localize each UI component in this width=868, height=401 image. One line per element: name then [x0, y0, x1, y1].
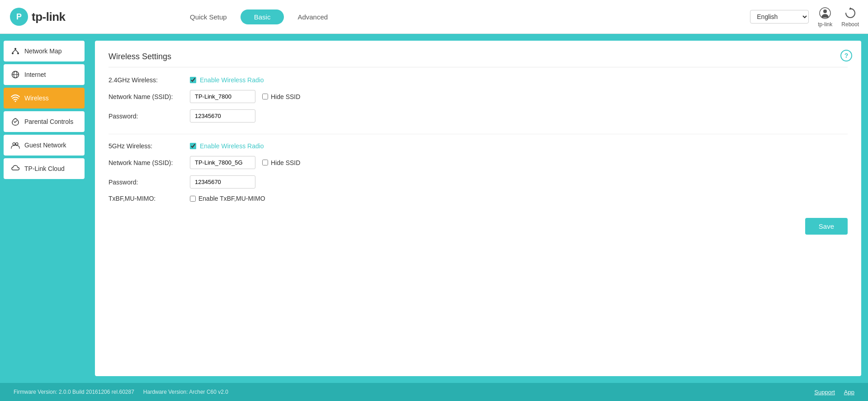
enable-5ghz-checkbox[interactable]	[190, 143, 196, 149]
sidebar-item-internet[interactable]: Internet	[4, 64, 85, 85]
label-24ghz-password: Password:	[108, 113, 190, 120]
hide-ssid-5ghz-row: Hide SSID	[262, 159, 300, 166]
tplink-button[interactable]: tp-link	[818, 6, 832, 28]
reboot-button[interactable]: Reboot	[841, 6, 859, 28]
24ghz-password-value	[190, 109, 255, 123]
logo: P tp-link	[9, 7, 66, 27]
language-select[interactable]: English Chinese French German	[750, 10, 809, 24]
logo-area: P tp-link	[9, 7, 176, 27]
row-24ghz-label: 2.4GHz Wireless: Enable Wireless Radio	[108, 76, 848, 84]
txbf-enable-label: Enable TxBF,MU-MIMO	[198, 195, 265, 202]
hardware-version: Hardware Version: Archer C60 v2.0	[143, 389, 228, 395]
row-24ghz-ssid: Network Name (SSID): Hide SSID	[108, 90, 848, 103]
input-24ghz-password[interactable]	[190, 109, 255, 123]
tplink-logo-icon: P	[9, 7, 29, 27]
hide-ssid-24ghz-row: Hide SSID	[262, 93, 300, 100]
parental-controls-icon	[11, 117, 20, 126]
5ghz-ssid-value: Hide SSID	[190, 156, 300, 169]
svg-point-15	[15, 143, 18, 145]
enable-24ghz-label: Enable Wireless Radio	[200, 76, 264, 84]
sidebar-item-network-map-label: Network Map	[24, 47, 61, 55]
footer: Firmware Version: 2.0.0 Build 20161206 r…	[0, 383, 868, 401]
main-layout: Network Map Internet Wire	[0, 34, 868, 383]
txbf-row: Enable TxBF,MU-MIMO	[190, 195, 265, 202]
svg-line-8	[13, 50, 15, 52]
footer-info: Firmware Version: 2.0.0 Build 20161206 r…	[14, 389, 228, 395]
hide-ssid-5ghz-label: Hide SSID	[271, 159, 300, 166]
svg-line-9	[15, 50, 18, 52]
nav-tabs: Quick Setup Basic Advanced	[176, 9, 750, 24]
header-right: English Chinese French German tp-link	[750, 6, 859, 28]
label-24ghz-ssid: Network Name (SSID):	[108, 93, 190, 100]
section-24ghz: 2.4GHz Wireless: Enable Wireless Radio N…	[108, 76, 848, 123]
label-txbf: TxBF,MU-MIMO:	[108, 195, 190, 202]
input-24ghz-ssid[interactable]	[190, 90, 255, 103]
input-5ghz-ssid[interactable]	[190, 156, 255, 169]
txbf-checkbox[interactable]	[190, 196, 196, 202]
sidebar-item-wireless-label: Wireless	[24, 94, 49, 102]
svg-text:P: P	[16, 12, 22, 21]
sidebar-item-tplink-cloud[interactable]: TP-Link Cloud	[4, 158, 85, 179]
guest-network-icon	[11, 141, 20, 150]
label-5ghz-ssid: Network Name (SSID):	[108, 159, 190, 166]
svg-point-14	[13, 143, 15, 145]
tab-quick-setup[interactable]: Quick Setup	[176, 9, 241, 24]
input-5ghz-password[interactable]	[190, 175, 255, 189]
sidebar: Network Map Internet Wire	[0, 34, 88, 383]
row-5ghz-password: Password:	[108, 175, 848, 189]
tplink-cloud-icon	[11, 164, 20, 173]
section-5ghz: 5GHz Wireless: Enable Wireless Radio Net…	[108, 142, 848, 202]
sidebar-item-tplink-cloud-label: TP-Link Cloud	[24, 165, 65, 172]
save-row: Save	[108, 213, 848, 235]
sidebar-item-parental-controls[interactable]: Parental Controls	[4, 111, 85, 132]
enable-5ghz-label: Enable Wireless Radio	[200, 142, 264, 150]
app-link[interactable]: App	[844, 389, 854, 396]
svg-point-13	[15, 101, 16, 102]
row-txbf: TxBF,MU-MIMO: Enable TxBF,MU-MIMO	[108, 195, 848, 202]
hide-ssid-24ghz-label: Hide SSID	[271, 93, 300, 100]
label-5ghz: 5GHz Wireless:	[108, 142, 190, 150]
sidebar-item-wireless[interactable]: Wireless	[4, 88, 85, 109]
tplink-label: tp-link	[818, 21, 832, 28]
enable-24ghz-row: Enable Wireless Radio	[190, 76, 264, 84]
reboot-label: Reboot	[841, 21, 859, 28]
logo-text: tp-link	[32, 10, 66, 24]
label-5ghz-password: Password:	[108, 179, 190, 186]
sidebar-item-parental-controls-label: Parental Controls	[24, 118, 73, 125]
help-icon[interactable]: ?	[840, 50, 852, 61]
svg-point-5	[14, 48, 16, 50]
txbf-value: Enable TxBF,MU-MIMO	[190, 195, 265, 202]
tab-basic[interactable]: Basic	[241, 9, 284, 24]
tab-advanced[interactable]: Advanced	[284, 9, 341, 24]
row-5ghz-label: 5GHz Wireless: Enable Wireless Radio	[108, 142, 848, 150]
sidebar-item-internet-label: Internet	[24, 71, 46, 78]
section-divider	[108, 134, 848, 134]
network-map-icon	[11, 47, 20, 56]
tplink-icon	[818, 6, 832, 20]
page-title: Wireless Settings	[108, 52, 848, 67]
sidebar-item-network-map[interactable]: Network Map	[4, 41, 85, 61]
reboot-icon	[843, 6, 858, 20]
enable-24ghz-checkbox[interactable]	[190, 77, 196, 83]
sidebar-item-guest-network-label: Guest Network	[24, 142, 66, 149]
support-link[interactable]: Support	[814, 389, 835, 396]
label-24ghz: 2.4GHz Wireless:	[108, 76, 190, 84]
internet-icon	[11, 70, 20, 79]
hide-ssid-5ghz-checkbox[interactable]	[262, 160, 268, 165]
hide-ssid-24ghz-checkbox[interactable]	[262, 94, 268, 99]
svg-point-3	[823, 9, 827, 13]
wireless-icon	[11, 94, 20, 103]
enable-5ghz-row: Enable Wireless Radio	[190, 142, 264, 150]
firmware-version: Firmware Version: 2.0.0 Build 20161206 r…	[14, 389, 134, 395]
row-24ghz-password: Password:	[108, 109, 848, 123]
footer-links: Support App	[814, 389, 854, 396]
header: P tp-link Quick Setup Basic Advanced Eng…	[0, 0, 868, 34]
svg-point-7	[17, 52, 19, 54]
save-button[interactable]: Save	[805, 218, 848, 235]
24ghz-ssid-value: Hide SSID	[190, 90, 300, 103]
5ghz-password-value	[190, 175, 255, 189]
sidebar-item-guest-network[interactable]: Guest Network	[4, 135, 85, 156]
row-5ghz-ssid: Network Name (SSID): Hide SSID	[108, 156, 848, 169]
svg-point-6	[12, 52, 14, 54]
content-area: ? Wireless Settings 2.4GHz Wireless: Ena…	[95, 41, 861, 376]
